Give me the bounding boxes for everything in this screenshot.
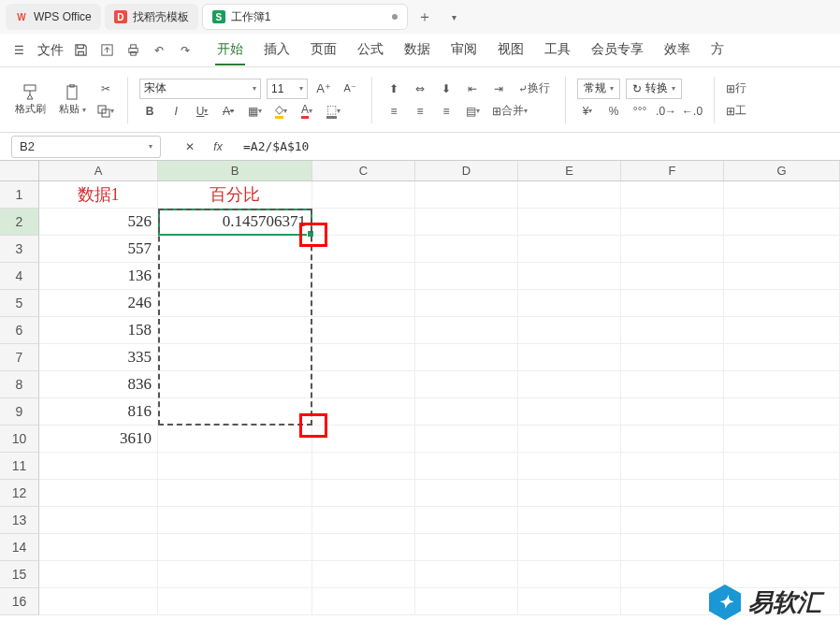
cell-B16[interactable] xyxy=(158,588,312,615)
cell-B12[interactable] xyxy=(158,480,312,507)
decrease-font-icon[interactable]: A⁻ xyxy=(340,79,360,99)
strikethrough-icon[interactable]: A▾ xyxy=(218,101,239,122)
cell-E7[interactable] xyxy=(518,344,621,371)
cell-B13[interactable] xyxy=(158,507,312,534)
cell-E11[interactable] xyxy=(518,453,621,480)
menu-home[interactable]: 开始 xyxy=(215,36,245,65)
cell-C14[interactable] xyxy=(312,534,415,561)
cell-E15[interactable] xyxy=(518,561,621,588)
cell-C1[interactable] xyxy=(312,181,415,209)
highlight-icon[interactable]: ⬚▾ xyxy=(323,101,343,122)
row-header-1[interactable]: 1 xyxy=(0,181,39,209)
cell-G11[interactable] xyxy=(724,453,840,480)
italic-icon[interactable]: I xyxy=(166,101,186,122)
cell-B1[interactable]: 百分比 xyxy=(158,181,312,209)
name-box[interactable]: B2 ▾ xyxy=(11,136,161,158)
tab-templates[interactable]: D 找稻壳模板 xyxy=(105,4,198,30)
cell-D7[interactable] xyxy=(415,344,518,371)
menu-file[interactable]: 文件 xyxy=(36,36,65,65)
cell-A8[interactable]: 836 xyxy=(39,371,158,398)
cell-B7[interactable] xyxy=(158,344,312,371)
cell-A2[interactable]: 526 xyxy=(39,209,158,236)
cell-B4[interactable] xyxy=(158,263,312,290)
convert-button[interactable]: ↻转换▾ xyxy=(626,79,682,99)
cell-C4[interactable] xyxy=(312,263,415,290)
cell-F8[interactable] xyxy=(621,371,724,398)
cell-D13[interactable] xyxy=(415,507,518,534)
column-header-G[interactable]: G xyxy=(724,161,840,181)
row-header-16[interactable]: 16 xyxy=(0,588,39,615)
menu-member[interactable]: 会员专享 xyxy=(589,36,645,65)
row-header-4[interactable]: 4 xyxy=(0,263,39,290)
cell-G5[interactable] xyxy=(724,290,840,317)
cell-B14[interactable] xyxy=(158,534,312,561)
align-left-icon[interactable]: ≡ xyxy=(384,101,404,122)
cell-E5[interactable] xyxy=(518,290,621,317)
cell-D8[interactable] xyxy=(415,371,518,398)
cell-A6[interactable]: 158 xyxy=(39,317,158,344)
cell-G12[interactable] xyxy=(724,480,840,507)
cell-E4[interactable] xyxy=(518,263,621,290)
cell-G9[interactable] xyxy=(724,398,840,426)
font-size-select[interactable]: 11▾ xyxy=(267,79,308,99)
percent-icon[interactable]: % xyxy=(603,101,624,122)
copy-icon[interactable]: ▾ xyxy=(95,101,116,122)
menu-tools[interactable]: 工具 xyxy=(543,36,572,65)
borders-icon[interactable]: ▦▾ xyxy=(244,101,265,122)
underline-icon[interactable]: U▾ xyxy=(192,101,212,122)
cell-A9[interactable]: 816 xyxy=(39,398,158,426)
increase-indent-icon[interactable]: ⇥ xyxy=(488,79,509,99)
merge-cells-button[interactable]: ⊞合并▾ xyxy=(488,101,531,122)
cell-E1[interactable] xyxy=(518,181,621,209)
menu-efficiency[interactable]: 效率 xyxy=(662,36,692,65)
cell-D15[interactable] xyxy=(415,561,518,588)
row-header-5[interactable]: 5 xyxy=(0,290,39,317)
tab-workbook[interactable]: S 工作簿1 xyxy=(202,4,408,30)
cell-B9[interactable] xyxy=(158,398,312,426)
cell-C13[interactable] xyxy=(312,507,415,534)
row-header-3[interactable]: 3 xyxy=(0,236,39,263)
format-painter-button[interactable]: 格式刷 xyxy=(11,82,50,118)
align-middle-icon[interactable]: ⇔ xyxy=(410,79,430,99)
cell-B6[interactable] xyxy=(158,317,312,344)
cell-C16[interactable] xyxy=(312,588,415,615)
cell-F14[interactable] xyxy=(621,534,724,561)
cell-B3[interactable] xyxy=(158,236,312,263)
cell-F1[interactable] xyxy=(621,181,724,209)
cell-C7[interactable] xyxy=(312,344,415,371)
cell-C11[interactable] xyxy=(312,453,415,480)
comma-icon[interactable]: °°° xyxy=(630,101,650,122)
cell-B2[interactable]: 0.145706371 xyxy=(158,209,312,236)
column-header-D[interactable]: D xyxy=(415,161,518,181)
cell-C12[interactable] xyxy=(312,480,415,507)
cell-F2[interactable] xyxy=(621,209,724,236)
cell-B8[interactable] xyxy=(158,371,312,398)
cell-F11[interactable] xyxy=(621,453,724,480)
decrease-indent-icon[interactable]: ⇤ xyxy=(462,79,483,99)
menu-page[interactable]: 页面 xyxy=(309,36,339,65)
increase-font-icon[interactable]: A⁺ xyxy=(313,79,334,99)
menu-data[interactable]: 数据 xyxy=(402,36,432,65)
cell-A14[interactable] xyxy=(39,534,158,561)
row-header-8[interactable]: 8 xyxy=(0,371,39,398)
cell-D12[interactable] xyxy=(415,480,518,507)
cell-D1[interactable] xyxy=(415,181,518,209)
namebox-dropdown-icon[interactable]: ▾ xyxy=(149,142,152,151)
cell-E16[interactable] xyxy=(518,588,621,615)
cell-G13[interactable] xyxy=(724,507,840,534)
column-header-B[interactable]: B xyxy=(158,161,312,181)
cell-D4[interactable] xyxy=(415,263,518,290)
worksheet-button[interactable]: ⊞工 xyxy=(726,101,746,122)
column-header-A[interactable]: A xyxy=(39,161,158,181)
cell-E14[interactable] xyxy=(518,534,621,561)
cell-A10[interactable]: 3610 xyxy=(39,426,158,453)
cell-E8[interactable] xyxy=(518,371,621,398)
menu-review[interactable]: 审阅 xyxy=(449,36,479,65)
cell-G2[interactable] xyxy=(724,209,840,236)
cell-G4[interactable] xyxy=(724,263,840,290)
row-header-13[interactable]: 13 xyxy=(0,507,39,534)
wrap-text-button[interactable]: ⤶换行 xyxy=(514,79,554,99)
cell-C3[interactable] xyxy=(312,236,415,263)
cell-E2[interactable] xyxy=(518,209,621,236)
cell-A15[interactable] xyxy=(39,561,158,588)
